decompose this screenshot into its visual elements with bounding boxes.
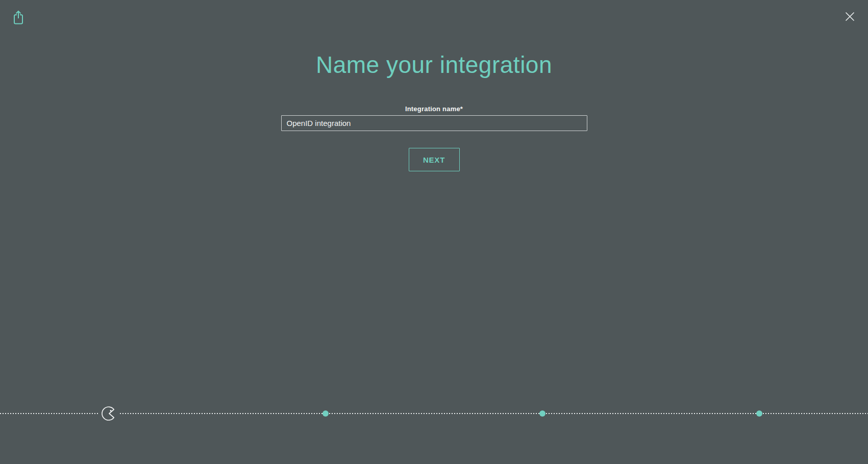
page-title: Name your integration	[316, 51, 552, 78]
progress-step-dot	[539, 410, 545, 417]
pacman-progress-indicator	[98, 406, 119, 421]
integration-name-label: Integration name*	[405, 106, 463, 112]
progress-bar	[0, 406, 868, 421]
progress-line	[0, 413, 868, 414]
wizard-step-content: Name your integration Integration name* …	[0, 0, 868, 171]
pacman-icon	[101, 414, 116, 423]
progress-step-dot	[756, 410, 762, 417]
integration-name-field: Integration name*	[281, 106, 587, 131]
progress-step-dot	[323, 410, 329, 417]
integration-wizard-screen: Name your integration Integration name* …	[0, 0, 868, 464]
next-button[interactable]: NEXT	[409, 148, 460, 171]
integration-name-input[interactable]	[281, 115, 587, 131]
